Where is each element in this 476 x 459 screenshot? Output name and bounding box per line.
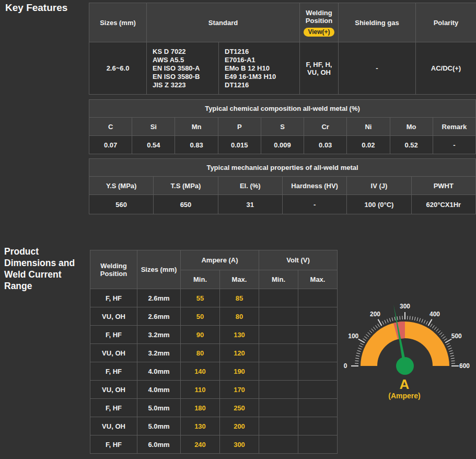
cell-size: 3.2mm [137, 326, 181, 344]
cell-pos: VU, OH [90, 381, 137, 399]
standard-list-left: KS D 7022 AWS A5.5 EN ISO 3580-A EN ISO … [147, 42, 219, 95]
cell-volt_max [298, 307, 338, 326]
table-row: F, HF2.6mm5585 [90, 289, 338, 307]
mech-header-cell: El. (%) [218, 177, 282, 195]
gauge-minor-tick [376, 325, 378, 328]
gauge-tick-label: 0 [344, 362, 347, 370]
cell-size: 5.0mm [137, 417, 181, 435]
cell-pos: F, HF [90, 435, 137, 454]
chem-header-cell: Remark [433, 118, 475, 136]
cell-volt_max [298, 289, 338, 307]
cell-amp_min: 80 [181, 344, 220, 362]
gauge-tick-label: 400 [429, 311, 440, 318]
cell-volt_min [259, 435, 298, 454]
gauge-minor-tick [358, 348, 362, 350]
gauge-minor-tick [364, 337, 367, 339]
gauge-minor-tick [357, 350, 361, 351]
gauge-tick-label: 300 [400, 303, 410, 310]
chemical-composition-table: Typical chemical composition all-weld me… [89, 99, 476, 154]
gauge-minor-tick [392, 317, 393, 321]
cell-volt_max [298, 399, 338, 417]
cell-amp_min: 240 [181, 435, 220, 454]
spec-table: Sizes (mm) Standard Welding Position Vie… [89, 3, 476, 95]
gauge-minor-tick [356, 355, 359, 356]
gauge-minor-tick [371, 329, 374, 331]
col-header-ampere: Ampere (A) [181, 250, 259, 270]
cell-volt_max [298, 381, 338, 399]
cell-volt_min [259, 417, 298, 435]
gauge-minor-tick [434, 327, 436, 329]
cell-welding-position: F, HF, H, VU, OH [300, 42, 339, 95]
view-button[interactable]: View(+) [304, 28, 334, 37]
chemical-header-row: CSiMnPSCrNiMoRemark [89, 118, 476, 136]
gauge-hub [396, 357, 414, 375]
gauge-minor-tick [397, 316, 398, 320]
gauge-minor-tick [450, 353, 454, 354]
gauge-minor-tick [439, 332, 442, 335]
cell-volt_min [259, 399, 298, 417]
gauge-tick-label: 500 [451, 332, 462, 340]
cell-amp_max: 200 [220, 417, 259, 435]
cell-pos: VU, OH [90, 417, 137, 435]
gauge-minor-tick [400, 316, 400, 320]
gauge-minor-tick [355, 358, 359, 359]
gauge-minor-tick [359, 346, 362, 347]
table-row: VU, OH2.6mm5080 [90, 307, 338, 326]
cell-size: 6.0mm [137, 435, 181, 454]
chem-header-cell: Si [132, 118, 175, 136]
table-row: VU, OH5.0mm130200 [90, 417, 338, 435]
mech-value-cell: 100 (0°C) [347, 195, 411, 214]
section-title: Product Dimensions and Weld Current Rang… [4, 246, 80, 292]
cell-amp_min: 110 [181, 381, 220, 399]
chem-header-cell: Mo [390, 118, 433, 136]
chem-header-cell: Mn [175, 118, 218, 136]
cell-shielding-gas: - [339, 42, 416, 95]
gauge-minor-tick [412, 316, 413, 320]
cell-pos: VU, OH [90, 307, 137, 326]
gauge-minor-tick [389, 318, 390, 322]
gauge-major-tick [445, 339, 451, 343]
table-row: F, HF5.0mm180250 [90, 399, 338, 417]
cell-volt_min [259, 344, 298, 362]
welding-position-label: Welding Position [301, 9, 337, 25]
gauge-minor-tick [436, 329, 439, 331]
gauge-svg: 0100200300400500600 A (Ampere) [339, 293, 474, 405]
gauge-unit-label: (Ampere) [388, 392, 420, 400]
table-row: VU, OH3.2mm80120 [90, 344, 338, 362]
cell-pos: F, HF [90, 362, 137, 381]
gauge-minor-tick [449, 350, 453, 351]
gauge-minor-tick [378, 324, 380, 327]
cell-volt_min [259, 289, 298, 307]
cell-size: 2.6mm [137, 307, 181, 326]
table-row: F, HF6.0mm240300 [90, 435, 338, 454]
col-header-welding-position: Welding Position [90, 250, 137, 289]
cell-amp_max: 130 [220, 326, 259, 344]
mech-header-cell: PWHT [411, 177, 475, 195]
gauge-minor-tick [451, 361, 455, 361]
cell-sizes: 2.6~6.0 [89, 42, 147, 95]
cell-amp_min: 50 [181, 307, 220, 326]
gauge-minor-tick [426, 321, 427, 324]
chem-value-cell: 0.03 [304, 136, 347, 154]
gauge-minor-tick [422, 319, 423, 323]
gauge-major-tick [378, 319, 382, 326]
gauge-tick-label: 200 [370, 311, 380, 318]
chem-value-cell: 0.02 [347, 136, 390, 154]
chem-value-cell: 0.83 [175, 136, 218, 154]
ampere-gauge: 0100200300400500600 A (Ampere) [339, 293, 474, 405]
chemical-value-row: 0.070.540.830.0150.0090.030.020.52- [89, 136, 476, 154]
cell-volt_min [259, 326, 298, 344]
gauge-tick-label: 600 [459, 362, 470, 370]
cell-pos: VU, OH [90, 344, 137, 362]
chem-header-cell: S [261, 118, 304, 136]
cell-amp_max: 80 [220, 307, 259, 326]
cell-size: 3.2mm [137, 344, 181, 362]
mech-header-cell: T.S (MPa) [154, 177, 218, 195]
col-header-welding-position: Welding Position View(+) [300, 3, 339, 42]
col-header-volt-min: Min. [259, 270, 298, 289]
cell-polarity: AC/DC(+) [416, 42, 476, 95]
gauge-minor-tick [382, 321, 384, 324]
gauge-minor-tick [387, 319, 389, 323]
col-header-amp-min: Min. [181, 270, 220, 289]
cell-pos: F, HF [90, 399, 137, 417]
